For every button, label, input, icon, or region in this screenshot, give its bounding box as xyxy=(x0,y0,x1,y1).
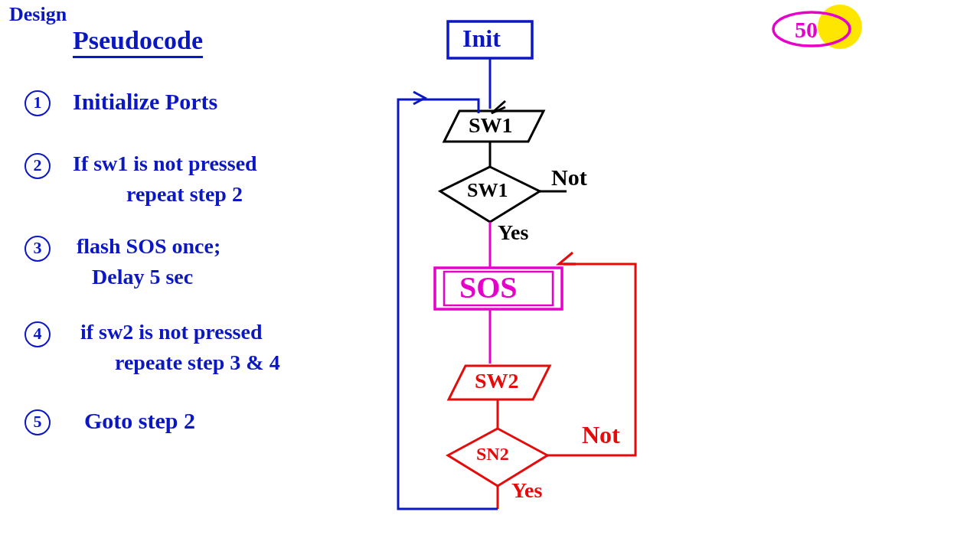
step-4-line1: if sw2 is not pressed xyxy=(80,320,263,344)
sw2-decision-label: SN2 xyxy=(476,444,509,465)
sos-label: SOS xyxy=(459,269,518,305)
step-2-line1: If sw1 is not pressed xyxy=(73,152,257,176)
yes1-label: Yes xyxy=(498,220,528,245)
step-4-num: 4 xyxy=(24,321,51,347)
step-5-text: Goto step 2 xyxy=(84,408,195,434)
sw1-read-label: SW1 xyxy=(469,113,513,138)
sw1-decision-label: SW1 xyxy=(467,179,508,202)
init-label: Init xyxy=(462,24,501,53)
step-2-num: 2 xyxy=(24,153,51,179)
not1-label: Not xyxy=(551,165,587,191)
step-3-line2: Delay 5 sec xyxy=(92,265,193,289)
step-2-line2: repeat step 2 xyxy=(126,182,243,207)
sw2-read-label: SW2 xyxy=(475,369,519,393)
design-label: Design xyxy=(9,3,67,26)
step-1-num: 1 xyxy=(24,90,51,116)
step-5-num: 5 xyxy=(24,409,51,435)
pseudocode-label: Pseudocode xyxy=(73,26,203,55)
topright-50: 50 xyxy=(795,17,818,43)
step-3-num: 3 xyxy=(24,236,51,262)
step-1-text: Initialize Ports xyxy=(73,89,217,115)
not2-label: Not xyxy=(582,421,620,449)
step-3-line1: flash SOS once; xyxy=(77,234,220,259)
highlight-dot xyxy=(818,5,862,49)
whiteboard: { "colors":{ "blue":"#0b17c2", "black":"… xyxy=(0,0,980,551)
yes2-label: Yes xyxy=(511,478,542,503)
step-4-line2: repeate step 3 & 4 xyxy=(115,350,280,375)
